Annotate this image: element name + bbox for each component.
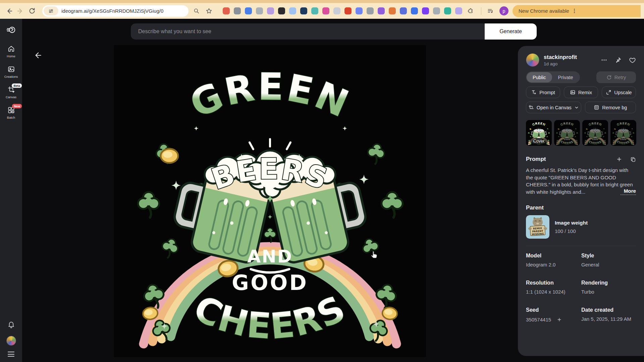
model-value: Ideogram 2.0 bbox=[526, 262, 581, 267]
extension-icon[interactable] bbox=[444, 7, 451, 14]
variant-thumbnails: Cover bbox=[526, 120, 636, 146]
bookmark-star-icon[interactable] bbox=[204, 6, 214, 16]
sidebar-item-home[interactable]: Home bbox=[0, 45, 22, 58]
rendering-value: Turbo bbox=[581, 289, 636, 295]
detail-rendering: Rendering Turbo bbox=[581, 280, 636, 295]
seed-plus-button[interactable] bbox=[556, 316, 562, 323]
extension-icon[interactable] bbox=[289, 7, 296, 14]
image-details-panel: stackinprofit 1d ago Public Private bbox=[518, 46, 644, 356]
home-icon bbox=[7, 45, 15, 53]
extension-icon[interactable] bbox=[422, 7, 429, 14]
extension-icon[interactable] bbox=[356, 7, 363, 14]
extension-icon[interactable] bbox=[400, 7, 407, 14]
extension-icon[interactable] bbox=[223, 7, 230, 14]
visibility-toggle: Public Private bbox=[526, 71, 580, 83]
extension-icon[interactable] bbox=[300, 7, 307, 14]
generate-button[interactable]: Generate bbox=[485, 23, 537, 40]
add-prompt-icon[interactable] bbox=[616, 156, 622, 162]
extension-icon[interactable] bbox=[367, 7, 374, 14]
parent-image-thumbnail[interactable]: REMIX PARENT MISSING bbox=[526, 215, 549, 239]
pin-icon[interactable] bbox=[615, 57, 622, 63]
browser-reload-button[interactable] bbox=[26, 5, 38, 17]
generated-image[interactable] bbox=[114, 45, 426, 357]
browser-back-button[interactable] bbox=[3, 5, 15, 17]
extension-icon[interactable] bbox=[433, 7, 440, 14]
extension-icon[interactable] bbox=[256, 7, 263, 14]
open-in-canvas-button[interactable]: Open in Canvas bbox=[526, 102, 581, 113]
url-text[interactable]: ideogram.ai/g/XeSGsFnRRDOMJZiSjVGiug/0 bbox=[61, 8, 163, 14]
prompt-section-title: Prompt bbox=[526, 156, 546, 163]
prompt-input[interactable] bbox=[131, 23, 485, 40]
browser-forward-button[interactable] bbox=[15, 5, 26, 17]
sidebar-item-creations[interactable]: Creations bbox=[0, 65, 22, 78]
main-content: Generate stackinprofit 1d ago bbox=[22, 19, 644, 362]
creator-username[interactable]: stackinprofit bbox=[544, 54, 601, 60]
search-icon[interactable] bbox=[191, 6, 201, 16]
extensions-row bbox=[223, 7, 462, 14]
extension-icon[interactable] bbox=[234, 7, 241, 14]
resolution-label: Resolution bbox=[526, 280, 581, 286]
generation-details: Model Ideogram 2.0 Style General Resolut… bbox=[526, 253, 636, 323]
remix-button[interactable]: Remix bbox=[564, 86, 598, 98]
prompt-text: A cheerful St. Patrick's Day t-shirt des… bbox=[526, 167, 633, 195]
date-created-label: Date created bbox=[581, 307, 636, 313]
user-avatar[interactable] bbox=[6, 336, 16, 346]
detail-resolution: Resolution 1:1 (1024 x 1024) bbox=[526, 280, 581, 295]
creation-time: 1d ago bbox=[544, 61, 601, 66]
variant-thumbnail-1[interactable]: Cover bbox=[526, 120, 552, 146]
detail-style: Style General bbox=[581, 253, 636, 267]
ideogram-logo-icon[interactable] bbox=[6, 25, 16, 36]
extension-icon[interactable] bbox=[267, 7, 274, 14]
chevron-down-icon bbox=[574, 105, 579, 110]
address-bar[interactable]: ideogram.ai/g/XeSGsFnRRDOMJZiSjVGiug/0 bbox=[42, 5, 189, 17]
remix-icon bbox=[570, 89, 576, 95]
parent-sign-line3: MISSING bbox=[532, 232, 544, 236]
site-settings-icon[interactable] bbox=[44, 6, 58, 15]
upscale-button[interactable]: Upscale bbox=[602, 86, 636, 98]
sidebar-item-label: Creations bbox=[4, 75, 18, 78]
browser-menu-icon[interactable] bbox=[574, 9, 575, 13]
beta-badge: Beta bbox=[12, 83, 22, 88]
parent-section-title: Parent bbox=[526, 204, 544, 211]
variant-thumbnail-4[interactable] bbox=[610, 120, 636, 146]
extension-icon[interactable] bbox=[245, 7, 252, 14]
sidebar-item-batch[interactable]: New Batch bbox=[0, 106, 22, 119]
visibility-private-option[interactable]: Private bbox=[552, 72, 579, 82]
sidebar-item-label: Batch bbox=[7, 116, 15, 119]
extension-icon[interactable] bbox=[378, 7, 385, 14]
extension-icon[interactable] bbox=[311, 7, 318, 14]
remove-bg-button[interactable]: Remove bg bbox=[585, 102, 636, 113]
prompt-text-icon bbox=[531, 89, 537, 95]
extension-icon[interactable] bbox=[455, 7, 462, 14]
sidebar-item-label: Canvas bbox=[6, 95, 16, 99]
creations-icon bbox=[7, 65, 15, 73]
variant-thumbnail-2[interactable] bbox=[554, 120, 580, 146]
extension-icon[interactable] bbox=[278, 7, 285, 14]
detail-date-created: Date created Jan 5, 2025, 11:29 AM bbox=[581, 307, 636, 323]
back-button[interactable] bbox=[32, 50, 43, 61]
menu-hamburger-icon[interactable] bbox=[8, 352, 14, 357]
notifications-bell-icon[interactable] bbox=[7, 321, 15, 330]
extension-icon[interactable] bbox=[333, 7, 340, 14]
retry-button[interactable]: Retry bbox=[596, 71, 636, 83]
cover-badge: Cover bbox=[530, 138, 548, 144]
creator-avatar[interactable] bbox=[526, 53, 539, 67]
extensions-puzzle-icon[interactable] bbox=[465, 5, 476, 17]
extension-icon[interactable] bbox=[322, 7, 329, 14]
extension-icon[interactable] bbox=[344, 7, 352, 14]
copy-prompt-icon[interactable] bbox=[630, 156, 636, 162]
extension-icon[interactable] bbox=[389, 7, 396, 14]
extension-icon[interactable] bbox=[411, 7, 418, 14]
variant-thumbnail-3[interactable] bbox=[582, 120, 608, 146]
like-heart-icon[interactable] bbox=[629, 57, 636, 64]
more-options-icon[interactable] bbox=[601, 57, 607, 63]
seed-label: Seed bbox=[526, 307, 581, 313]
sidebar-item-canvas[interactable]: Beta Canvas bbox=[0, 86, 22, 99]
prompt-button[interactable]: Prompt bbox=[526, 86, 560, 98]
visibility-public-option[interactable]: Public bbox=[527, 72, 552, 82]
browser-chrome: ideogram.ai/g/XeSGsFnRRDOMJZiSjVGiug/0 p… bbox=[0, 0, 644, 19]
browser-profile-avatar[interactable]: p bbox=[499, 6, 508, 15]
media-playlist-icon[interactable] bbox=[485, 5, 496, 17]
more-link[interactable]: More bbox=[621, 187, 636, 195]
chrome-update-button[interactable]: New Chrome available bbox=[513, 5, 641, 17]
